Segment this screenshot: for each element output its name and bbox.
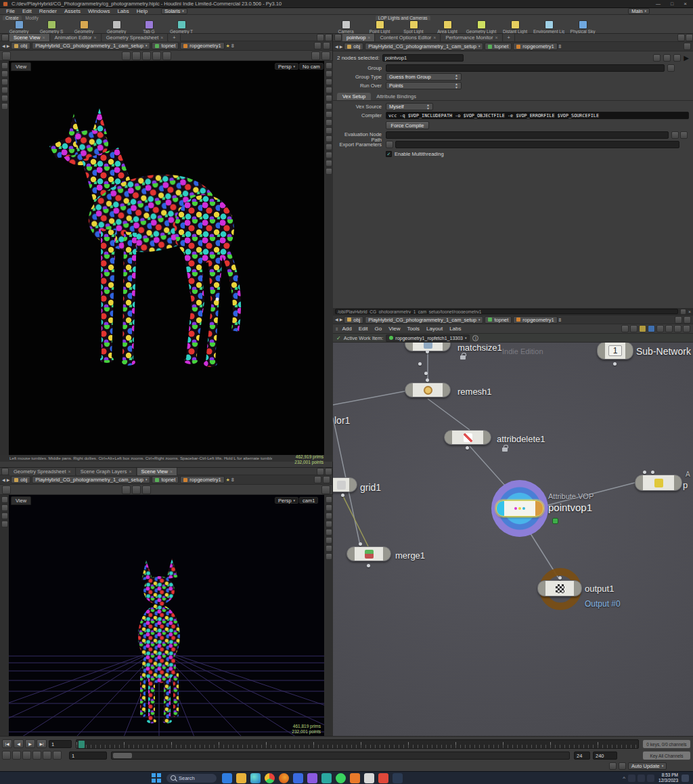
vex-source-dropdown[interactable]: Myself ▲▼ <box>386 103 433 110</box>
persp-selector[interactable]: Persp▾ <box>275 497 298 504</box>
view-tool-icon[interactable] <box>1 62 8 69</box>
color-palette-icon[interactable] <box>639 325 646 332</box>
node-label-attribdelete1[interactable]: attribdelete1 <box>497 434 545 444</box>
nav-forward-icon[interactable]: ▶ <box>340 318 343 322</box>
gear-icon[interactable] <box>684 43 691 50</box>
range-slider[interactable] <box>111 752 570 760</box>
camera-icon[interactable] <box>326 119 332 126</box>
task-view-icon[interactable] <box>222 773 232 783</box>
camera-selector[interactable]: cam1 <box>299 497 318 504</box>
lighting-icon[interactable] <box>326 79 332 85</box>
scale-tool-icon[interactable] <box>1 87 8 93</box>
group-input[interactable] <box>386 64 665 72</box>
shelf-tool-environment-light[interactable]: Environment Light <box>533 20 564 34</box>
pane-maximize-icon[interactable] <box>325 34 332 41</box>
close-icon[interactable]: × <box>94 35 97 40</box>
node-label-output1[interactable]: output1 <box>585 584 614 594</box>
options-icon[interactable] <box>326 553 332 560</box>
shelf-tool-point-light[interactable]: Point Light <box>364 20 395 34</box>
node-label-color1-clipped[interactable]: lor1 <box>334 415 350 426</box>
jump-end-button[interactable]: ▶| <box>37 739 47 748</box>
path-network[interactable]: PlayHybrid_CG_photogrammetry_1_cam_setup… <box>365 43 483 50</box>
terminal-icon[interactable] <box>393 773 403 783</box>
render-view-icon[interactable] <box>311 51 320 60</box>
nav-back-icon[interactable]: ◀ <box>335 318 338 322</box>
shelf-tool-physical-sky[interactable]: Physical Sky <box>567 20 598 34</box>
spotify-icon[interactable] <box>336 773 346 783</box>
maximize-button[interactable]: □ <box>667 1 677 6</box>
path-node[interactable]: ropgeometry1 <box>180 42 224 49</box>
pin-icon[interactable] <box>675 316 682 324</box>
close-icon[interactable]: × <box>433 35 436 40</box>
subtab-vex-setup[interactable]: Vex Setup <box>337 93 371 100</box>
vscode-icon[interactable] <box>293 773 303 783</box>
select-mode-icon[interactable] <box>2 485 11 494</box>
snap-grid-icon[interactable] <box>122 51 131 60</box>
play-button[interactable]: ▶ <box>25 739 35 748</box>
tab-pointvop[interactable]: pointvop× <box>342 34 375 41</box>
path-root[interactable]: obj <box>11 42 30 49</box>
dopnet-icon[interactable] <box>43 751 51 760</box>
shelf-tool[interactable]: Geometry <box>4 20 34 34</box>
path-node[interactable]: ropgeometry1 <box>513 43 557 50</box>
node-label-matchsize1[interactable]: matchsize1 <box>457 343 502 353</box>
range-end-field[interactable]: 240 <box>593 752 617 760</box>
node-label-grid1[interactable]: grid1 <box>360 482 381 493</box>
close-icon[interactable]: × <box>160 35 163 40</box>
range-start-field[interactable]: 1 <box>69 752 107 760</box>
network-menu-add[interactable]: Add <box>340 326 355 332</box>
node-subnetwork[interactable]: 1 <box>597 342 633 360</box>
shelf-tool-spot-light[interactable]: Spot Light <box>398 20 429 34</box>
awi-checkbox[interactable]: ✓ <box>336 335 341 341</box>
nav-forward-icon[interactable]: ▶ <box>340 45 343 49</box>
flipbook-icon[interactable] <box>326 135 332 142</box>
path-root[interactable]: obj <box>344 316 363 324</box>
shelf-tool[interactable]: Tab G <box>134 20 164 34</box>
pane-collapse-arrow-icon[interactable]: ▶ <box>684 54 689 62</box>
points-display-icon[interactable] <box>326 529 332 536</box>
houdini-icon[interactable] <box>350 773 360 783</box>
pane-split-icon[interactable] <box>677 34 685 41</box>
snap-edge-icon[interactable] <box>142 485 151 494</box>
node-clipped-right[interactable] <box>635 475 682 491</box>
pin-icon[interactable] <box>314 476 321 483</box>
shading-mode-icon[interactable] <box>326 496 332 503</box>
current-frame-field[interactable]: 1 <box>49 740 72 748</box>
snap-edge-icon[interactable] <box>142 51 151 60</box>
wireframe-icon[interactable] <box>326 70 332 77</box>
range-slider-handle[interactable] <box>113 753 132 758</box>
node-label-clipped[interactable]: p <box>683 480 688 490</box>
shelf-tool[interactable]: Geometry <box>102 20 131 34</box>
camera-selector[interactable]: No cam <box>299 63 323 70</box>
open-path-icon[interactable] <box>680 131 688 139</box>
network-menu-tools[interactable]: Tools <box>404 326 422 332</box>
shelf-tool[interactable]: Geometry S <box>37 20 66 34</box>
shading-mode-icon[interactable] <box>326 62 332 69</box>
new-tab-button[interactable]: + <box>504 34 515 41</box>
path-topnet[interactable]: topnet <box>485 43 512 50</box>
shelf-tab-modify[interactable]: Modify <box>23 16 41 20</box>
pane-menu-icon[interactable] <box>334 34 342 41</box>
path-network[interactable]: PlayHybrid_CG_photogrammetry_1_cam_setup… <box>32 42 150 49</box>
camera-icon[interactable] <box>326 545 332 552</box>
close-icon[interactable]: × <box>129 469 131 474</box>
shelf-set-selector[interactable]: Solaris ▾ <box>161 8 187 14</box>
path-root[interactable]: obj <box>344 43 363 50</box>
nav-back-icon[interactable]: ◀ <box>2 44 5 48</box>
loop-icon[interactable] <box>22 751 31 760</box>
discord-icon[interactable] <box>307 773 317 783</box>
move-tool-icon[interactable] <box>1 70 8 77</box>
path-network[interactable]: PlayHybrid_CG_photogrammetry_1_cam_setup… <box>365 316 483 324</box>
key-mode-button[interactable]: Key All Channels <box>643 752 690 760</box>
close-icon[interactable]: × <box>68 469 71 474</box>
timeline-ruler[interactable] <box>76 739 639 749</box>
viewport-view-tab[interactable]: View <box>11 62 31 71</box>
shelf-tool[interactable]: Geometry <box>69 20 99 34</box>
snap-grid-icon[interactable] <box>122 485 131 494</box>
multithread-checkbox[interactable]: ✓ <box>386 151 392 157</box>
selector-tool-icon[interactable] <box>1 103 8 110</box>
nav-forward-icon[interactable]: ▶ <box>7 478 10 482</box>
select-mode-icon[interactable] <box>2 51 11 60</box>
awi-selector[interactable]: ropgeometry1_ropfetch1_13303 ▾ <box>386 334 470 342</box>
template-flag-icon[interactable] <box>326 152 332 158</box>
